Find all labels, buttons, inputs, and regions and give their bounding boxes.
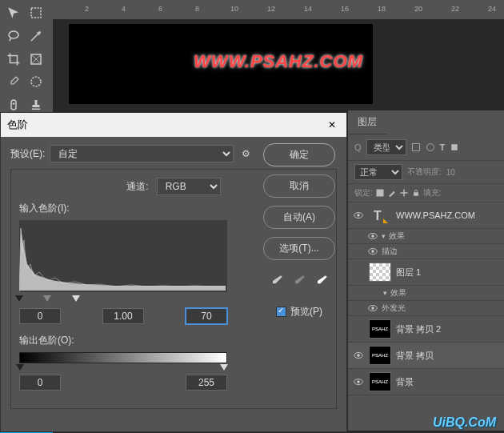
- watermark: UiBQ.CoM: [433, 415, 496, 430]
- lock-all-icon[interactable]: [411, 188, 421, 198]
- layer-item[interactable]: PSAHZ 背景 拷贝 2: [348, 316, 504, 343]
- layer-name: 图层 1: [396, 267, 421, 279]
- cancel-button[interactable]: 取消: [263, 174, 335, 198]
- layer-list: T WWW.PSAHZ.COM ▾ 效果 描边 图层 1 ▾ 效果 外发光: [348, 202, 504, 395]
- svg-point-8: [426, 144, 434, 151]
- blend-mode-select[interactable]: 正常: [354, 164, 402, 180]
- output-white-handle[interactable]: [220, 364, 228, 372]
- output-black-field[interactable]: [19, 375, 61, 391]
- output-levels-label: 输出色阶(O):: [19, 334, 328, 347]
- ellipse-marquee-icon[interactable]: [26, 72, 46, 91]
- layer-effects-row[interactable]: ▾ 效果: [348, 229, 504, 244]
- svg-point-2: [38, 31, 41, 34]
- chevron-down-icon[interactable]: ▾: [383, 289, 387, 297]
- frame-tool-icon[interactable]: [26, 50, 46, 69]
- preview-label: 预览(P): [290, 305, 322, 319]
- svg-point-17: [371, 235, 374, 238]
- svg-point-19: [371, 250, 374, 253]
- levels-dialog: 色阶 ✕ 预设(E): 自定 ⚙ 通道: RGB 输入色阶(I):: [0, 112, 347, 432]
- opacity-value[interactable]: 10: [446, 168, 455, 177]
- channel-select[interactable]: RGB: [157, 178, 221, 195]
- output-black-handle[interactable]: [16, 364, 24, 372]
- gear-icon[interactable]: ⚙: [242, 148, 250, 159]
- tool-panel: [0, 0, 53, 120]
- white-eyedropper-icon[interactable]: [314, 273, 330, 289]
- move-tool-icon[interactable]: [3, 3, 24, 22]
- layer-item[interactable]: 图层 1: [348, 259, 504, 286]
- lock-brush-icon[interactable]: [387, 188, 397, 198]
- visibility-icon[interactable]: [353, 350, 364, 361]
- layer-filter-select[interactable]: 类型: [366, 139, 406, 155]
- marquee-tool-icon[interactable]: [26, 3, 46, 22]
- svg-rect-11: [414, 192, 418, 196]
- canvas-text: WWW.PSAHZ.COM: [194, 51, 363, 72]
- black-eyedropper-icon[interactable]: [269, 273, 285, 289]
- horizontal-ruler: 2 4 6 8 10 12 14 16 18 20 22 24: [53, 0, 504, 19]
- dialog-title: 色阶: [7, 118, 28, 132]
- svg-point-21: [371, 307, 374, 310]
- svg-point-1: [9, 31, 18, 38]
- svg-marker-15: [383, 219, 388, 223]
- lock-move-icon[interactable]: [399, 188, 409, 198]
- svg-rect-7: [412, 144, 419, 151]
- layers-tab[interactable]: 图层: [348, 110, 386, 134]
- layer-item[interactable]: T WWW.PSAHZ.COM: [348, 202, 504, 229]
- histogram: [19, 220, 227, 292]
- eyedropper-tool-icon[interactable]: [3, 72, 24, 91]
- gray-eyedropper-icon[interactable]: [291, 273, 307, 289]
- svg-point-13: [357, 214, 360, 217]
- visibility-icon[interactable]: [353, 376, 364, 387]
- crop-tool-icon[interactable]: [3, 50, 24, 69]
- svg-rect-9: [452, 144, 458, 150]
- lock-label: 锁定:: [354, 187, 373, 198]
- wand-tool-icon[interactable]: [26, 26, 46, 46]
- input-black-handle[interactable]: [15, 295, 23, 303]
- visibility-icon[interactable]: [367, 246, 378, 257]
- layer-item[interactable]: PSAHZ 背景 拷贝: [348, 343, 504, 369]
- input-white-handle[interactable]: [72, 295, 80, 303]
- layer-effect-item[interactable]: 外发光: [348, 301, 504, 316]
- output-white-field[interactable]: [186, 375, 227, 391]
- svg-rect-0: [31, 8, 41, 18]
- visibility-icon[interactable]: [367, 231, 378, 242]
- filter-text-icon[interactable]: T: [440, 142, 446, 152]
- svg-rect-10: [376, 190, 383, 197]
- output-gradient[interactable]: [19, 352, 227, 363]
- fill-label: 填充:: [423, 187, 442, 198]
- svg-point-4: [31, 77, 41, 86]
- svg-rect-6: [32, 109, 41, 110]
- layer-effect-item[interactable]: 描边: [348, 244, 504, 259]
- auto-button[interactable]: 自动(A): [263, 206, 335, 229]
- lasso-tool-icon[interactable]: [3, 26, 24, 46]
- ok-button[interactable]: 确定: [263, 143, 335, 166]
- preview-checkbox[interactable]: [276, 307, 286, 317]
- preset-label: 预设(E):: [10, 147, 45, 161]
- visibility-icon[interactable]: [353, 210, 364, 221]
- options-button[interactable]: 选项(T)...: [263, 237, 335, 260]
- visibility-icon[interactable]: [367, 303, 378, 314]
- layer-name: 背景 拷贝: [396, 350, 434, 362]
- layer-thumb: PSAHZ: [369, 372, 391, 391]
- filter-shape-icon[interactable]: [450, 142, 459, 152]
- channel-label: 通道:: [126, 180, 148, 194]
- lock-pixels-icon[interactable]: [375, 188, 385, 198]
- layer-thumb: PSAHZ: [369, 319, 391, 339]
- input-gamma-field[interactable]: [102, 308, 144, 324]
- close-icon[interactable]: ✕: [324, 117, 340, 133]
- layer-item[interactable]: PSAHZ 背景: [348, 369, 504, 395]
- input-slider[interactable]: [19, 295, 227, 305]
- layers-panel: 图层 Q 类型 T 正常 不透明度: 10 锁定: 填充: T WWW.PSAH…: [348, 110, 504, 431]
- chevron-down-icon[interactable]: ▾: [382, 232, 386, 240]
- layer-name: 背景: [396, 376, 414, 388]
- preset-select[interactable]: 自定: [50, 145, 234, 162]
- layer-effects-row[interactable]: ▾ 效果: [348, 286, 504, 301]
- svg-text:T: T: [374, 209, 382, 223]
- filter-image-icon[interactable]: [411, 142, 421, 152]
- dialog-titlebar[interactable]: 色阶 ✕: [1, 113, 346, 137]
- text-layer-thumb-icon: T: [369, 206, 391, 225]
- input-black-field[interactable]: [19, 308, 61, 324]
- layer-name: WWW.PSAHZ.COM: [396, 210, 475, 220]
- filter-adjust-icon[interactable]: [426, 142, 435, 152]
- input-white-field[interactable]: [186, 308, 227, 324]
- input-gamma-handle[interactable]: [43, 295, 51, 303]
